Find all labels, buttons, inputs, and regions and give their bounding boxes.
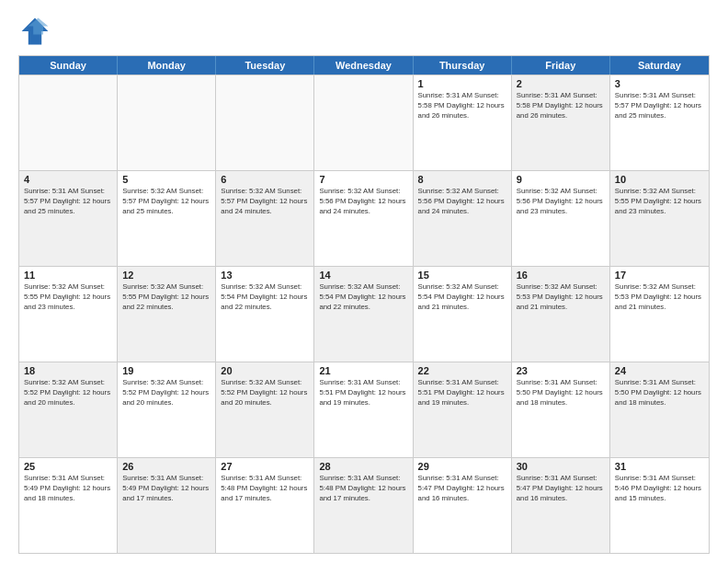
- day-number: 6: [221, 174, 309, 185]
- day-number: 31: [615, 461, 704, 472]
- day-info: Sunrise: 5:32 AM Sunset: 5:53 PM Dayligh…: [615, 282, 704, 313]
- cal-cell-empty: [118, 75, 216, 170]
- day-info: Sunrise: 5:32 AM Sunset: 5:52 PM Dayligh…: [221, 378, 309, 408]
- header-cell-tuesday: Tuesday: [216, 56, 314, 75]
- day-number: 16: [517, 270, 605, 281]
- day-info: Sunrise: 5:32 AM Sunset: 5:54 PM Dayligh…: [319, 282, 407, 313]
- calendar-body: 1Sunrise: 5:31 AM Sunset: 5:58 PM Daylig…: [19, 75, 709, 553]
- day-number: 8: [418, 174, 506, 185]
- day-info: Sunrise: 5:32 AM Sunset: 5:56 PM Dayligh…: [517, 187, 605, 217]
- day-info: Sunrise: 5:31 AM Sunset: 5:47 PM Dayligh…: [517, 474, 605, 504]
- cal-cell-18: 18Sunrise: 5:32 AM Sunset: 5:52 PM Dayli…: [19, 362, 118, 457]
- day-number: 13: [221, 270, 309, 281]
- day-info: Sunrise: 5:31 AM Sunset: 5:47 PM Dayligh…: [418, 474, 506, 504]
- day-info: Sunrise: 5:31 AM Sunset: 5:49 PM Dayligh…: [122, 474, 210, 504]
- day-number: 27: [221, 461, 309, 472]
- cal-cell-empty: [314, 75, 413, 170]
- cal-cell-4: 4Sunrise: 5:31 AM Sunset: 5:57 PM Daylig…: [19, 171, 118, 266]
- day-info: Sunrise: 5:31 AM Sunset: 5:48 PM Dayligh…: [319, 474, 407, 504]
- cal-cell-15: 15Sunrise: 5:32 AM Sunset: 5:54 PM Dayli…: [414, 267, 512, 362]
- cal-cell-31: 31Sunrise: 5:31 AM Sunset: 5:46 PM Dayli…: [610, 458, 709, 553]
- cal-cell-3: 3Sunrise: 5:31 AM Sunset: 5:57 PM Daylig…: [610, 75, 709, 170]
- cal-cell-29: 29Sunrise: 5:31 AM Sunset: 5:47 PM Dayli…: [414, 458, 512, 553]
- cal-cell-27: 27Sunrise: 5:31 AM Sunset: 5:48 PM Dayli…: [216, 458, 314, 553]
- day-number: 26: [122, 461, 210, 472]
- week-row-5: 25Sunrise: 5:31 AM Sunset: 5:49 PM Dayli…: [19, 457, 709, 553]
- day-number: 23: [517, 365, 605, 376]
- day-number: 28: [319, 461, 407, 472]
- cal-cell-17: 17Sunrise: 5:32 AM Sunset: 5:53 PM Dayli…: [610, 267, 709, 362]
- cal-cell-24: 24Sunrise: 5:31 AM Sunset: 5:50 PM Dayli…: [610, 362, 709, 457]
- week-row-1: 1Sunrise: 5:31 AM Sunset: 5:58 PM Daylig…: [19, 75, 709, 170]
- cal-cell-2: 2Sunrise: 5:31 AM Sunset: 5:58 PM Daylig…: [512, 75, 610, 170]
- logo-icon: [18, 15, 51, 48]
- week-row-4: 18Sunrise: 5:32 AM Sunset: 5:52 PM Dayli…: [19, 362, 709, 457]
- day-info: Sunrise: 5:32 AM Sunset: 5:57 PM Dayligh…: [221, 187, 309, 217]
- day-info: Sunrise: 5:31 AM Sunset: 5:51 PM Dayligh…: [418, 378, 506, 408]
- header: [18, 15, 710, 48]
- cal-cell-empty: [216, 75, 314, 170]
- day-info: Sunrise: 5:31 AM Sunset: 5:51 PM Dayligh…: [319, 378, 407, 408]
- cal-cell-30: 30Sunrise: 5:31 AM Sunset: 5:47 PM Dayli…: [512, 458, 610, 553]
- day-info: Sunrise: 5:32 AM Sunset: 5:55 PM Dayligh…: [122, 282, 210, 313]
- cal-cell-16: 16Sunrise: 5:32 AM Sunset: 5:53 PM Dayli…: [512, 267, 610, 362]
- day-info: Sunrise: 5:32 AM Sunset: 5:55 PM Dayligh…: [615, 187, 704, 217]
- header-cell-saturday: Saturday: [610, 56, 709, 75]
- cal-cell-20: 20Sunrise: 5:32 AM Sunset: 5:52 PM Dayli…: [216, 362, 314, 457]
- day-info: Sunrise: 5:31 AM Sunset: 5:50 PM Dayligh…: [615, 378, 704, 408]
- day-number: 25: [24, 461, 112, 472]
- header-cell-sunday: Sunday: [19, 56, 118, 75]
- calendar-header: SundayMondayTuesdayWednesdayThursdayFrid…: [19, 56, 709, 75]
- day-info: Sunrise: 5:32 AM Sunset: 5:52 PM Dayligh…: [122, 378, 210, 408]
- day-info: Sunrise: 5:31 AM Sunset: 5:58 PM Dayligh…: [517, 91, 605, 121]
- cal-cell-6: 6Sunrise: 5:32 AM Sunset: 5:57 PM Daylig…: [216, 171, 314, 266]
- day-number: 9: [517, 174, 605, 185]
- cal-cell-21: 21Sunrise: 5:31 AM Sunset: 5:51 PM Dayli…: [314, 362, 413, 457]
- calendar: SundayMondayTuesdayWednesdayThursdayFrid…: [18, 55, 710, 554]
- day-number: 12: [122, 270, 210, 281]
- day-number: 17: [615, 270, 704, 281]
- day-number: 5: [122, 174, 210, 185]
- day-number: 3: [615, 78, 704, 89]
- day-number: 10: [615, 174, 704, 185]
- week-row-3: 11Sunrise: 5:32 AM Sunset: 5:55 PM Dayli…: [19, 266, 709, 362]
- cal-cell-1: 1Sunrise: 5:31 AM Sunset: 5:58 PM Daylig…: [414, 75, 512, 170]
- cal-cell-13: 13Sunrise: 5:32 AM Sunset: 5:54 PM Dayli…: [216, 267, 314, 362]
- cal-cell-23: 23Sunrise: 5:31 AM Sunset: 5:50 PM Dayli…: [512, 362, 610, 457]
- day-number: 15: [418, 270, 506, 281]
- day-info: Sunrise: 5:31 AM Sunset: 5:57 PM Dayligh…: [24, 187, 112, 217]
- cal-cell-14: 14Sunrise: 5:32 AM Sunset: 5:54 PM Dayli…: [314, 267, 413, 362]
- header-cell-wednesday: Wednesday: [314, 56, 413, 75]
- day-info: Sunrise: 5:32 AM Sunset: 5:53 PM Dayligh…: [517, 282, 605, 313]
- day-info: Sunrise: 5:32 AM Sunset: 5:54 PM Dayligh…: [221, 282, 309, 313]
- day-number: 2: [517, 78, 605, 89]
- week-row-2: 4Sunrise: 5:31 AM Sunset: 5:57 PM Daylig…: [19, 170, 709, 266]
- day-number: 11: [24, 270, 112, 281]
- page: SundayMondayTuesdayWednesdayThursdayFrid…: [0, 0, 728, 563]
- day-info: Sunrise: 5:32 AM Sunset: 5:52 PM Dayligh…: [24, 378, 112, 408]
- day-number: 19: [122, 365, 210, 376]
- cal-cell-10: 10Sunrise: 5:32 AM Sunset: 5:55 PM Dayli…: [610, 171, 709, 266]
- cal-cell-25: 25Sunrise: 5:31 AM Sunset: 5:49 PM Dayli…: [19, 458, 118, 553]
- cal-cell-empty: [19, 75, 118, 170]
- cal-cell-11: 11Sunrise: 5:32 AM Sunset: 5:55 PM Dayli…: [19, 267, 118, 362]
- day-info: Sunrise: 5:31 AM Sunset: 5:49 PM Dayligh…: [24, 474, 112, 504]
- header-cell-friday: Friday: [512, 56, 610, 75]
- day-number: 1: [418, 78, 506, 89]
- day-number: 14: [319, 270, 407, 281]
- cal-cell-28: 28Sunrise: 5:31 AM Sunset: 5:48 PM Dayli…: [314, 458, 413, 553]
- day-info: Sunrise: 5:31 AM Sunset: 5:46 PM Dayligh…: [615, 474, 704, 504]
- cal-cell-8: 8Sunrise: 5:32 AM Sunset: 5:56 PM Daylig…: [414, 171, 512, 266]
- cal-cell-5: 5Sunrise: 5:32 AM Sunset: 5:57 PM Daylig…: [118, 171, 216, 266]
- day-number: 24: [615, 365, 704, 376]
- day-number: 20: [221, 365, 309, 376]
- cal-cell-26: 26Sunrise: 5:31 AM Sunset: 5:49 PM Dayli…: [118, 458, 216, 553]
- header-cell-monday: Monday: [118, 56, 216, 75]
- cal-cell-7: 7Sunrise: 5:32 AM Sunset: 5:56 PM Daylig…: [314, 171, 413, 266]
- day-number: 7: [319, 174, 407, 185]
- day-number: 30: [517, 461, 605, 472]
- cal-cell-9: 9Sunrise: 5:32 AM Sunset: 5:56 PM Daylig…: [512, 171, 610, 266]
- day-info: Sunrise: 5:32 AM Sunset: 5:54 PM Dayligh…: [418, 282, 506, 313]
- cal-cell-12: 12Sunrise: 5:32 AM Sunset: 5:55 PM Dayli…: [118, 267, 216, 362]
- day-number: 29: [418, 461, 506, 472]
